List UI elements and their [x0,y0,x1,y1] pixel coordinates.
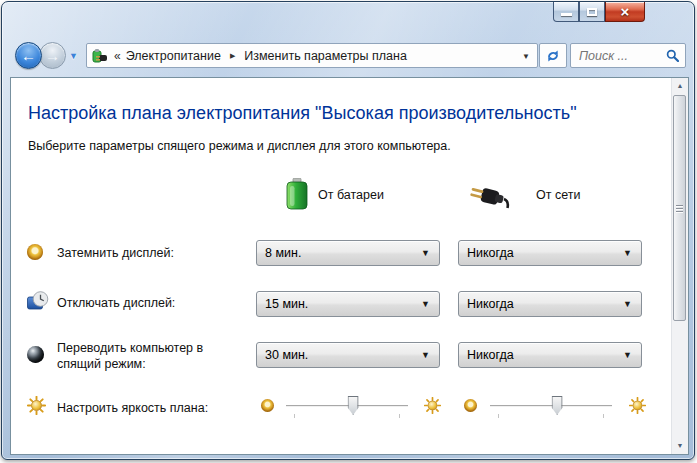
setting-label-sleep: Переводить компьютер в спящий режим: [57,340,249,372]
minimize-button[interactable] [553,2,579,22]
brightness-slider-plugged[interactable] [490,405,612,407]
slider-tick [498,414,499,418]
scroll-down-button[interactable]: ▼ [672,438,688,454]
setting-label-brightness: Настроить яркость плана: [57,400,249,416]
brightness-slider-plugged-thumb[interactable] [552,396,563,415]
minimize-icon [561,13,572,16]
setting-label-dim-display: Затемнить дисплей: [57,245,249,261]
scrollbar-thumb[interactable] [673,95,686,321]
turn-off-display-icon [27,291,49,311]
combo-sleep-plugged[interactable]: Никогда ▼ [458,342,642,368]
scrollbar-grip [676,211,683,212]
page-description: Выберите параметры спящего режима и дисп… [28,139,451,153]
dim-display-icon [27,244,43,260]
maximize-button[interactable] [579,2,605,22]
combo-value: 30 мин. [265,348,308,362]
forward-button[interactable]: → [39,42,66,69]
breadcrumb-item-power-options[interactable]: Электропитание [124,49,223,63]
breadcrumb-separator-icon[interactable]: ▶ [230,52,235,60]
power-options-icon [91,47,109,64]
setting-label-turn-off-display: Отключать дисплей: [57,295,249,311]
slider-tick [294,414,295,418]
back-button[interactable]: ← [15,42,42,69]
refresh-button[interactable] [539,43,567,68]
slider-tick [399,414,400,418]
refresh-icon [546,49,560,63]
maximize-icon [587,8,597,16]
combo-sleep-battery[interactable]: 30 мин. ▼ [256,342,440,368]
scroll-up-button[interactable]: ▲ [672,78,688,94]
navigation-bar: ← → ▼ « Электропитание ▶ Изменить параме… [2,42,694,70]
address-bar[interactable]: « Электропитание ▶ Изменить параметры пл… [86,43,538,68]
scrollbar-grip [676,208,683,209]
scrollbar-grip [676,205,683,206]
back-arrow-icon: ← [21,47,36,64]
combo-turn-off-display-battery[interactable]: 15 мин. ▼ [256,291,440,317]
chevron-down-icon: ▼ [623,300,632,309]
brightness-high-icon [424,397,441,414]
combo-dim-display-plugged[interactable]: Никогда ▼ [458,240,642,266]
combo-value: Никогда [467,246,514,260]
battery-icon [286,178,308,210]
close-button[interactable]: × [605,2,645,22]
plug-icon [466,185,510,211]
brightness-high-icon [629,397,646,414]
main-content: Настройка плана электропитания "Высокая … [10,77,689,455]
search-icon[interactable] [666,49,679,62]
brightness-icon [27,396,46,415]
brightness-low-icon [261,399,274,412]
chevron-down-icon: ▼ [421,351,430,360]
sleep-icon [27,346,44,363]
recent-pages-dropdown[interactable]: ▼ [69,51,78,61]
combo-dim-display-battery[interactable]: 8 мин. ▼ [256,240,440,266]
slider-tick [603,414,604,418]
chevron-down-icon: ▼ [623,351,632,360]
address-dropdown-icon[interactable]: ▼ [522,52,530,61]
chevron-down-icon: ▼ [421,249,430,258]
column-header-plugged-in: От сети [536,188,580,202]
combo-turn-off-display-plugged[interactable]: Никогда ▼ [458,291,642,317]
brightness-slider-battery[interactable] [286,405,408,407]
brightness-slider-battery-thumb[interactable] [348,396,359,415]
chevron-down-icon: ▼ [421,300,430,309]
power-plan-settings-window: × ← → ▼ « Электропитание ▶ Изменить пара… [1,1,695,460]
window-controls: × [553,2,645,22]
page-title: Настройка плана электропитания "Высокая … [28,103,577,124]
close-icon: × [621,4,630,20]
combo-value: Никогда [467,297,514,311]
combo-value: 15 мин. [265,297,308,311]
breadcrumb-item-edit-plan[interactable]: Изменить параметры плана [242,49,409,63]
vertical-scrollbar[interactable]: ▲ ▼ [671,78,688,454]
chevron-down-icon: ▼ [623,249,632,258]
column-header-on-battery: От батареи [318,188,384,202]
breadcrumb-overflow-chevron[interactable]: « [114,49,121,63]
search-box [570,43,686,68]
combo-value: 8 мин. [265,246,301,260]
forward-arrow-icon: → [45,47,60,64]
brightness-low-icon [464,399,477,412]
search-input[interactable] [571,49,666,63]
combo-value: Никогда [467,348,514,362]
